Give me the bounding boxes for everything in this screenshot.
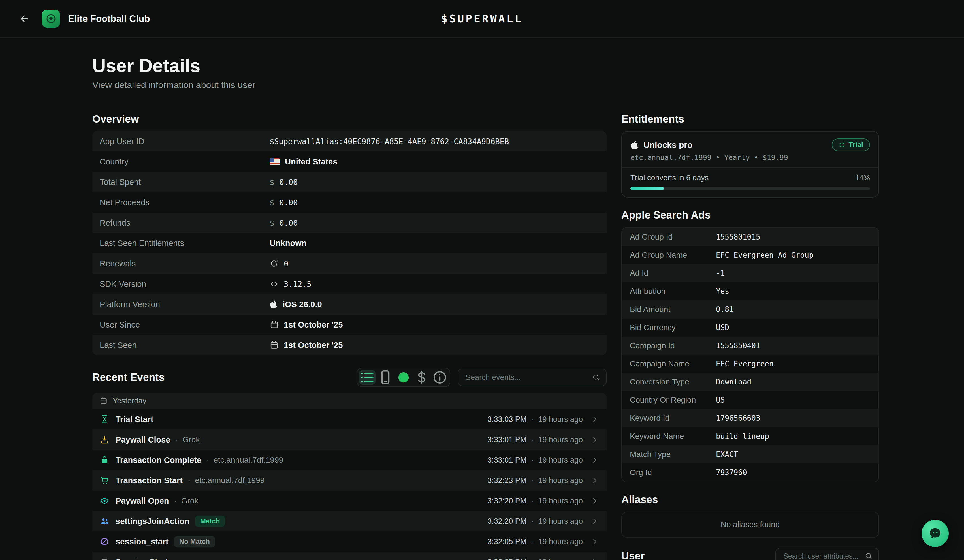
trial-percent: 14% [855,174,870,182]
entitlement-name: Unlocks pro [643,140,692,150]
event-ago: 19 hours ago [538,497,583,505]
asa-row: Campaign Id 1555850401 [622,337,878,355]
asa-row: Keyword Id 1796566603 [622,409,878,427]
event-row[interactable]: Transaction Start ·etc.annual.7df.1999 3… [92,470,607,491]
event-name: Paywall Open [116,496,169,506]
calendar-icon [100,397,107,405]
overview-row-user-since: User Since 1st October '25 [92,314,607,335]
chevron-right-icon [590,557,599,560]
asa-row: Match Type EXACT [622,445,878,464]
user-attributes-search [775,548,879,560]
aliases-empty-card: No aliases found [621,511,879,538]
support-chat-button[interactable] [922,520,949,547]
trial-badge: Trial [832,138,870,151]
asa-row: Campaign Name EFC Evergreen [622,355,878,373]
overview-row-total-spent: Total Spent $0.00 [92,172,607,192]
event-row[interactable]: Paywall Close ·Grok 3:33:01 PM · 19 hour… [92,430,607,450]
user-heading: User [621,550,645,560]
filter-all-events[interactable] [359,370,376,385]
overview-row-net-proceeds: Net Proceeds $0.00 [92,192,607,213]
event-time: 3:33:01 PM [487,435,526,444]
superwall-logo: $SUPERWALL [441,13,523,25]
arrow-left-icon [19,13,30,24]
event-row[interactable]: session_start No Match 3:32:05 PM · 19 h… [92,531,607,552]
calendar-icon [270,340,278,350]
event-name: Paywall Close [116,435,170,444]
filter-info[interactable] [432,370,448,385]
event-ago: 19 hours ago [538,558,583,560]
event-time: 3:33:01 PM [487,456,526,465]
events-list: Trial Start 3:33:03 PM · 19 hours ago [92,409,607,560]
asa-row: Country Or Region US [622,391,878,409]
event-time: 3:32:20 PM [487,517,526,526]
trial-converts-label: Trial converts in 6 days [630,174,709,182]
trial-progress-track [630,187,870,190]
apple-icon [270,300,277,309]
app-name: Elite Football Club [68,13,150,24]
event-row[interactable]: Transaction Complete ·etc.annual.7df.199… [92,450,607,470]
overview-row-refunds: Refunds $0.00 [92,213,607,233]
events-search-input[interactable] [458,369,607,386]
event-row[interactable]: settingsJoinAction Match 3:32:20 PM · 19… [92,511,607,531]
club-logo [42,10,60,28]
event-ago: 19 hours ago [538,517,583,526]
entitlement-details: etc.annual.7df.1999 • Yearly • $19.99 [630,153,870,162]
refresh-icon [839,142,845,148]
calendar-icon [270,320,278,329]
events-filter-toolbar [357,368,450,387]
filter-device[interactable] [377,370,394,385]
apple-search-ads-heading: Apple Search Ads [621,209,879,221]
slash-circle-icon [100,537,109,546]
chevron-right-icon [590,476,599,485]
events-search [458,369,607,386]
event-name: Transaction Complete [116,456,201,465]
event-ago: 19 hours ago [538,435,583,444]
event-badge: No Match [174,536,215,547]
event-subtitle: ·Grok [175,435,200,444]
code-icon [270,280,278,288]
asa-row: Bid Currency USD [622,319,878,337]
asa-row: Bid Amount 0.81 [622,300,878,319]
recent-events-heading: Recent Events [92,371,164,384]
chat-icon [928,526,942,540]
event-name: Trial Start [116,415,153,424]
overview-row-country: Country United States [92,151,607,172]
overview-row-platform-version: Platform Version iOS 26.0.0 [92,294,607,314]
asa-row: Ad Group Name EFC Evergreen Ad Group [622,246,878,264]
event-row[interactable]: Paywall Open ·Grok 3:32:20 PM · 19 hours… [92,491,607,511]
event-ago: 19 hours ago [538,476,583,485]
filter-transactions[interactable] [414,370,430,385]
asa-row: Ad Group Id 1555801015 [622,228,878,246]
aliases-heading: Aliases [621,493,879,506]
event-row[interactable]: Trial Start 3:33:03 PM · 19 hours ago [92,409,607,430]
lock-icon [100,455,109,465]
asa-row: Org Id 7937960 [622,464,878,482]
overview-row-sdk-version: SDK Version 3.12.5 [92,274,607,294]
overview-row-app-user-id: App User ID $SuperwallAlias:40EC9876-A85… [92,131,607,151]
event-time: 3:32:05 PM [487,558,526,560]
back-button[interactable] [15,9,34,28]
square-icon [100,557,109,560]
overview-row-renewals: Renewals 0 [92,253,607,274]
tray-arrow-down-icon [100,435,109,444]
event-ago: 19 hours ago [538,456,583,465]
filter-placements[interactable] [395,370,412,385]
page-subtitle: View detailed information about this use… [92,80,879,90]
events-group-label: Yesterday [113,397,147,405]
event-subtitle: ·etc.annual.7df.1999 [207,456,283,465]
events-group-header: Yesterday [92,393,607,409]
users-icon [100,516,109,526]
search-icon [592,373,600,382]
soccer-icon [45,13,57,24]
event-row[interactable]: Session Start 3:32:05 PM · 19 hours ago [92,552,607,560]
asa-row: Ad Id -1 [622,264,878,282]
event-time: 3:32:23 PM [487,476,526,485]
event-time: 3:33:03 PM [487,415,526,424]
user-attributes-search-input[interactable] [775,548,879,560]
main-content: User Details View detailed information a… [0,38,964,560]
trial-progress-fill [630,187,664,190]
top-bar: Elite Football Club $SUPERWALL [0,0,964,38]
hourglass-icon [100,415,109,424]
event-time: 3:32:20 PM [487,497,526,505]
overview-heading: Overview [92,113,607,125]
